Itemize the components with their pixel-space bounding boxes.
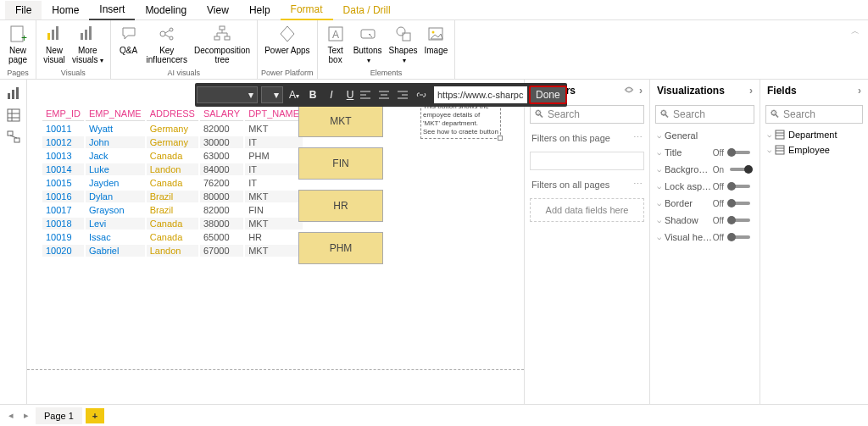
toggle-switch[interactable] bbox=[727, 164, 753, 174]
table-row[interactable]: 10015JaydenCanada76200IT bbox=[42, 177, 303, 189]
toggle-switch[interactable] bbox=[727, 232, 753, 242]
table-header[interactable]: EMP_NAME bbox=[86, 107, 145, 121]
table-cell: 10012 bbox=[42, 136, 84, 148]
tab-home[interactable]: Home bbox=[42, 1, 89, 19]
data-view-icon[interactable] bbox=[5, 107, 22, 124]
image-button[interactable]: Image bbox=[420, 22, 451, 57]
add-page-button[interactable]: + bbox=[86, 408, 104, 423]
collapse-filters-icon[interactable]: › bbox=[639, 85, 643, 97]
fields-search[interactable]: 🔍︎Search bbox=[765, 105, 863, 124]
buttons-button[interactable]: Buttons▾ bbox=[350, 22, 386, 67]
prev-page-icon[interactable]: ◂ bbox=[5, 410, 17, 421]
report-view-icon[interactable] bbox=[5, 85, 22, 102]
key-influencers-button[interactable]: Key influencers bbox=[143, 22, 191, 66]
show-filters-icon[interactable] bbox=[624, 85, 634, 97]
font-color-button[interactable]: A▾ bbox=[285, 89, 303, 101]
text-format-bar[interactable]: ▾ ▾ A▾ B I U Done bbox=[195, 83, 567, 107]
table-cell: Jayden bbox=[86, 177, 145, 189]
format-group-backgrou[interactable]: ⌵Backgrou…On bbox=[650, 161, 760, 178]
align-left-button[interactable] bbox=[359, 90, 378, 100]
format-group-title[interactable]: ⌵TitleOff bbox=[650, 144, 760, 161]
filters-on-page-header[interactable]: Filters on this page⋯ bbox=[525, 127, 649, 148]
font-size-select[interactable]: ▾ bbox=[261, 86, 283, 103]
model-view-icon[interactable] bbox=[5, 129, 22, 146]
table-cell: Levi bbox=[86, 218, 145, 230]
tab-format[interactable]: Format bbox=[281, 0, 333, 20]
text-box-button[interactable]: AText box bbox=[321, 22, 350, 66]
align-right-button[interactable] bbox=[397, 90, 415, 100]
field-table-department[interactable]: ⌵Department bbox=[760, 127, 868, 142]
toggle-switch[interactable] bbox=[727, 215, 753, 225]
url-input[interactable] bbox=[434, 86, 527, 103]
italic-button[interactable]: I bbox=[322, 89, 341, 101]
button-visual-hr[interactable]: HR bbox=[298, 190, 383, 222]
toggle-switch[interactable] bbox=[727, 198, 753, 208]
table-row[interactable]: 10011WyattGermany82000MKT bbox=[42, 123, 303, 135]
font-family-select[interactable]: ▾ bbox=[197, 86, 258, 103]
table-row[interactable]: 10014LukeLandon84000IT bbox=[42, 163, 303, 175]
qa-button[interactable]: Q&A bbox=[114, 22, 143, 57]
format-group-label: Visual he… bbox=[665, 232, 713, 242]
field-table-employee[interactable]: ⌵Employee bbox=[760, 142, 868, 158]
tab-modeling[interactable]: Modeling bbox=[135, 1, 197, 19]
table-header[interactable]: ADDRESS bbox=[147, 107, 198, 121]
format-group-general[interactable]: ⌵General bbox=[650, 127, 760, 144]
table-visual[interactable]: EMP_IDEMP_NAMEADDRESSSALARYDPT_NAME 1001… bbox=[41, 105, 304, 258]
done-button[interactable]: Done bbox=[529, 86, 567, 104]
format-group-border[interactable]: ⌵BorderOff bbox=[650, 195, 760, 212]
button-visual-mkt[interactable]: MKT bbox=[298, 105, 383, 137]
table-row[interactable]: 10020GabrielLandon67000MKT bbox=[42, 245, 303, 257]
filter-card[interactable] bbox=[530, 152, 644, 170]
table-cell: 67000 bbox=[200, 245, 243, 257]
table-row[interactable]: 10013JackCanada63000PHM bbox=[42, 150, 303, 162]
table-cell: 10017 bbox=[42, 204, 84, 216]
tab-help[interactable]: Help bbox=[239, 1, 281, 19]
format-group-shadow[interactable]: ⌵ShadowOff bbox=[650, 212, 760, 229]
button-visual-fin[interactable]: FIN bbox=[298, 147, 383, 180]
format-group-visualhe[interactable]: ⌵Visual he…Off bbox=[650, 229, 760, 246]
page-tab[interactable]: Page 1 bbox=[36, 407, 82, 424]
next-page-icon[interactable]: ▸ bbox=[20, 410, 32, 421]
table-cell: 10019 bbox=[42, 231, 84, 243]
table-header[interactable]: DPT_NAME bbox=[245, 107, 303, 121]
field-table-label: Department bbox=[788, 130, 837, 140]
underline-button[interactable]: U bbox=[341, 89, 359, 101]
svg-rect-29 bbox=[16, 87, 19, 99]
table-cell: Germany bbox=[147, 136, 198, 148]
filters-on-all-header[interactable]: Filters on all pages⋯ bbox=[525, 174, 649, 195]
tab-insert[interactable]: Insert bbox=[89, 0, 135, 20]
table-icon bbox=[775, 145, 785, 155]
toggle-switch[interactable] bbox=[727, 147, 753, 158]
report-canvas[interactable]: ⋯ EMP_IDEMP_NAMEADDRESSSALARYDPT_NAME 10… bbox=[27, 80, 524, 404]
more-visuals-button[interactable]: Morevisuals▾ bbox=[69, 22, 107, 67]
qa-label: Q&A bbox=[120, 46, 137, 55]
power-apps-button[interactable]: Power Apps bbox=[261, 22, 313, 57]
new-page-button[interactable]: + New page bbox=[3, 22, 32, 66]
tab-data-drill[interactable]: Data / Drill bbox=[333, 1, 401, 19]
vis-search[interactable]: 🔍︎Search bbox=[655, 105, 754, 124]
new-visual-button[interactable]: New visual bbox=[40, 22, 69, 66]
decomposition-tree-button[interactable]: Decomposition tree bbox=[191, 22, 253, 66]
table-row[interactable]: 10019IssacCanada65000HR bbox=[42, 231, 303, 243]
table-header[interactable]: EMP_ID bbox=[42, 107, 84, 121]
tab-view[interactable]: View bbox=[197, 1, 239, 19]
collapse-vis-icon[interactable]: › bbox=[749, 85, 753, 97]
table-row[interactable]: 10016DylanBrazil80000MKT bbox=[42, 191, 303, 202]
filters-search[interactable]: 🔍︎Search bbox=[530, 105, 644, 124]
shapes-button[interactable]: Shapes▾ bbox=[386, 22, 421, 67]
button-visual-phm[interactable]: PHM bbox=[298, 232, 383, 264]
more-visuals-label: Morevisuals▾ bbox=[72, 46, 103, 65]
file-menu[interactable]: File bbox=[5, 1, 42, 19]
collapse-ribbon-icon[interactable]: ︿ bbox=[843, 20, 868, 79]
hyperlink-button[interactable] bbox=[415, 90, 434, 100]
table-header[interactable]: SALARY bbox=[200, 107, 243, 121]
toggle-switch[interactable] bbox=[727, 181, 753, 191]
bold-button[interactable]: B bbox=[303, 89, 322, 101]
format-group-lockaspe[interactable]: ⌵Lock aspe…Off bbox=[650, 178, 760, 195]
align-center-button[interactable] bbox=[378, 90, 397, 100]
filters-all-well[interactable]: Add data fields here bbox=[530, 198, 644, 222]
collapse-fields-icon[interactable]: › bbox=[858, 85, 861, 97]
table-row[interactable]: 10017GraysonBrazil82000FIN bbox=[42, 204, 303, 216]
table-row[interactable]: 10018LeviCanada38000MKT bbox=[42, 218, 303, 230]
table-row[interactable]: 10012JohnGermany30000IT bbox=[42, 136, 303, 148]
